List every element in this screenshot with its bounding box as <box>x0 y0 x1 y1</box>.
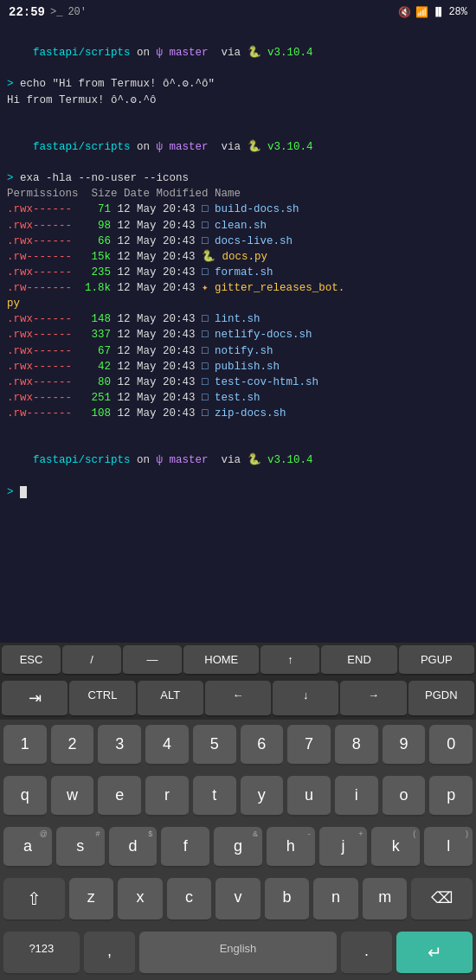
status-time: 22:59 <box>9 5 45 19</box>
key-2[interactable]: 2 <box>51 725 94 765</box>
key-sym[interactable]: ?123 <box>3 932 80 975</box>
key-period[interactable]: . <box>341 932 393 975</box>
key-end[interactable]: END <box>321 645 396 676</box>
terminal: fastapi/scripts on ψ master via 🐍 v3.10.… <box>0 24 476 643</box>
current-prompt: > <box>7 484 469 500</box>
key-pgup[interactable]: PGUP <box>399 645 474 676</box>
file-row: .rwx------ 71 12 May 20:43 □ build-docs.… <box>7 202 469 217</box>
key-3[interactable]: 3 <box>98 725 141 765</box>
key-h[interactable]: h- <box>267 827 315 868</box>
file-row: .rwx------ 66 12 May 20:43 □ docs-live.s… <box>7 234 469 249</box>
key-up[interactable]: ↑ <box>261 645 319 676</box>
key-5[interactable]: 5 <box>193 725 236 765</box>
signal-icon: ▐▌ <box>433 7 444 17</box>
key-pgdn[interactable]: PGDN <box>408 681 474 717</box>
key-9[interactable]: 9 <box>383 725 426 765</box>
number-row: 1 2 3 4 5 6 7 8 9 0 <box>0 720 476 771</box>
special-keys-row: ESC / — HOME ↑ END PGUP <box>0 643 476 678</box>
file-row-continued: py <box>7 296 469 311</box>
key-ctrl[interactable]: CTRL <box>69 681 135 717</box>
key-m[interactable]: m <box>363 878 408 921</box>
key-7[interactable]: 7 <box>287 725 331 765</box>
col-headers: Permissions Size Date Modified Name <box>7 186 469 202</box>
key-1[interactable]: 1 <box>3 725 47 765</box>
key-home[interactable]: HOME <box>183 645 259 676</box>
prompt-line-1: fastapi/scripts on ψ master via 🐍 v3.10.… <box>7 29 469 76</box>
battery-indicator: 28% <box>448 6 467 18</box>
key-alt[interactable]: ALT <box>138 681 203 717</box>
file-row: .rwx------ 42 12 May 20:43 □ publish.sh <box>7 359 469 375</box>
bottom-row: ?123 , English . ↵ <box>0 926 476 980</box>
file-row: .rw------- 108 12 May 20:43 □ zip-docs.s… <box>7 406 469 421</box>
key-e[interactable]: e <box>98 776 141 817</box>
file-row: .rwx------ 235 12 May 20:43 □ format.sh <box>7 265 469 280</box>
key-u[interactable]: u <box>287 776 331 817</box>
key-j[interactable]: j+ <box>319 827 368 868</box>
nav-keys-row: ⇥ CTRL ALT ← ↓ → PGDN <box>0 678 476 720</box>
key-z[interactable]: z <box>69 878 114 921</box>
key-left[interactable]: ← <box>205 681 271 717</box>
mute-icon: 🔇 <box>398 6 411 19</box>
a-row: a@ s# d$ f g& h- j+ k( l) <box>0 822 476 873</box>
key-n[interactable]: n <box>313 878 358 921</box>
file-row: .rwx------ 98 12 May 20:43 □ clean.sh <box>7 218 469 234</box>
key-space[interactable]: English <box>139 932 336 975</box>
z-row: ⇧ z x c v b n m ⌫ <box>0 873 476 926</box>
key-shift[interactable]: ⇧ <box>3 878 65 921</box>
file-row: .rw------- 1.8k 12 May 20:43 ✦ gitter_re… <box>7 280 469 296</box>
key-tab[interactable]: ⇥ <box>2 681 68 717</box>
key-6[interactable]: 6 <box>241 725 284 765</box>
key-s[interactable]: s# <box>56 827 105 868</box>
key-comma[interactable]: , <box>84 932 136 975</box>
key-r[interactable]: r <box>145 776 189 817</box>
key-t[interactable]: t <box>193 776 236 817</box>
status-shell: >_ <box>50 6 62 18</box>
status-bar: 22:59 >_ 20' 🔇 📶 ▐▌ 28% <box>0 0 476 24</box>
key-l[interactable]: l) <box>424 827 473 868</box>
key-i[interactable]: i <box>335 776 378 817</box>
status-extra: 20' <box>68 6 87 18</box>
file-row: .rwx------ 148 12 May 20:43 □ lint.sh <box>7 311 469 327</box>
key-down[interactable]: ↓ <box>273 681 338 717</box>
key-0[interactable]: 0 <box>429 725 473 765</box>
wifi-icon: 📶 <box>415 6 428 19</box>
prompt-line-2: fastapi/scripts on ψ master via 🐍 v3.10.… <box>7 124 469 170</box>
prompt-line-3: fastapi/scripts on ψ master via 🐍 v3.10.… <box>7 437 469 484</box>
output-line-1: Hi from Termux! ô^.ʘ.^ô <box>7 93 469 108</box>
key-dash[interactable]: — <box>123 645 182 676</box>
key-8[interactable]: 8 <box>335 725 378 765</box>
key-q[interactable]: q <box>3 776 47 817</box>
file-row: .rwx------ 67 12 May 20:43 □ notify.sh <box>7 343 469 359</box>
cmd-line-2: > exa -hla --no-user --icons <box>7 170 469 186</box>
key-4[interactable]: 4 <box>145 725 189 765</box>
file-row: .rwx------ 251 12 May 20:43 □ test.sh <box>7 390 469 406</box>
key-w[interactable]: w <box>51 776 94 817</box>
key-enter[interactable]: ↵ <box>396 932 473 975</box>
key-v[interactable]: v <box>215 878 261 921</box>
key-p[interactable]: p <box>429 776 473 817</box>
key-f[interactable]: f <box>161 827 209 868</box>
file-row: .rw------- 15k 12 May 20:43 🐍 docs.py <box>7 249 469 265</box>
keyboard: ESC / — HOME ↑ END PGUP ⇥ CTRL ALT ← ↓ →… <box>0 643 476 980</box>
key-g[interactable]: g& <box>214 827 262 868</box>
key-backspace[interactable]: ⌫ <box>411 878 473 921</box>
file-row: .rwx------ 80 12 May 20:43 □ test-cov-ht… <box>7 375 469 390</box>
key-a[interactable]: a@ <box>3 827 52 868</box>
key-slash[interactable]: / <box>62 645 121 676</box>
key-c[interactable]: c <box>167 878 212 921</box>
key-o[interactable]: o <box>383 776 426 817</box>
cursor <box>20 486 27 498</box>
key-x[interactable]: x <box>118 878 163 921</box>
key-right[interactable]: → <box>340 681 406 717</box>
file-row: .rwx------ 337 12 May 20:43 □ netlify-do… <box>7 327 469 343</box>
key-k[interactable]: k( <box>371 827 420 868</box>
cmd-line-1: > echo "Hi from Termux! ô^.ʘ.^ô" <box>7 76 469 92</box>
key-y[interactable]: y <box>241 776 284 817</box>
key-b[interactable]: b <box>265 878 310 921</box>
key-esc[interactable]: ESC <box>2 645 61 676</box>
key-d[interactable]: d$ <box>109 827 158 868</box>
q-row: q w e r t y u i o p <box>0 771 476 822</box>
